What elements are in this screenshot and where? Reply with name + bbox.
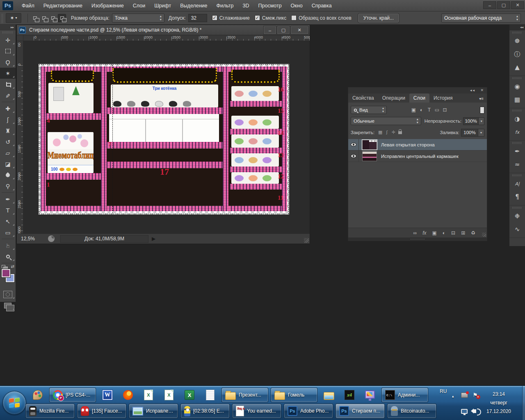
workspace-select[interactable]: Основная рабочая среда ▴▾ <box>441 14 521 23</box>
lock-position-icon[interactable]: ✛ <box>390 130 397 135</box>
volume-tray-icon[interactable] <box>473 409 476 413</box>
opacity-value[interactable]: 100% <box>463 117 479 125</box>
language-indicator[interactable]: RU <box>440 388 447 394</box>
remote-tray-icon[interactable] <box>461 393 468 398</box>
panel-resize-grip[interactable] <box>482 233 486 237</box>
you-earned-window[interactable]: Зщ ьYou earned... <box>232 404 281 418</box>
contiguous-checkbox[interactable]: ✓ <box>255 15 260 21</box>
styles-icon[interactable]: fx <box>509 126 525 139</box>
start-button[interactable] <box>2 391 26 415</box>
navigator-icon[interactable]: ☸ <box>509 34 525 48</box>
app-close-button[interactable]: ✕ <box>511 1 524 9</box>
filter-adjustment-layers-icon[interactable]: ◐ <box>418 107 425 113</box>
fill-value[interactable]: 100% <box>461 129 478 137</box>
paths-icon[interactable]: ∿ <box>509 223 525 236</box>
monitor-app-icon[interactable] <box>361 388 379 402</box>
panel-close-button[interactable]: ✕ <box>480 88 484 92</box>
subtract-selection-mode-button[interactable] <box>49 14 57 22</box>
new-selection-mode-button[interactable] <box>31 14 39 22</box>
sample-size-select[interactable]: Точка ▴▾ <box>112 14 164 23</box>
folder-gomel-window[interactable]: Гомель <box>271 388 317 402</box>
layer-visibility-toggle[interactable] <box>348 151 359 162</box>
rectangle-tool[interactable]: ▭ <box>0 227 16 238</box>
anti-alias-checkbox[interactable]: ✓ <box>212 15 217 21</box>
menu-3d[interactable]: 3D <box>238 0 254 11</box>
layer-row[interactable]: Исправлен центральный кармашек <box>348 151 487 162</box>
lock-transparency-icon[interactable]: ▦ <box>377 130 383 135</box>
eyedropper-tool[interactable]: ✐ <box>0 90 16 101</box>
add-selection-mode-button[interactable] <box>40 14 48 22</box>
timer-window[interactable]: [02:38:05] E... <box>180 404 230 418</box>
history-brush-tool[interactable]: ↺ <box>0 136 16 147</box>
action-center-icon[interactable]: ⚑ <box>472 392 478 398</box>
adobe-photoshop-window[interactable]: PsAdobe Pho... <box>284 404 333 418</box>
clock[interactable]: 23:14 четверг 17.12.2020 <box>478 390 519 416</box>
tolerance-input[interactable]: 32 <box>188 14 207 22</box>
toolbox-collapse-button[interactable]: ▸▸ <box>0 25 16 30</box>
crop-tool[interactable] <box>0 79 16 90</box>
layer-thumbnail[interactable] <box>362 151 377 161</box>
lock-all-icon[interactable] <box>397 130 403 135</box>
blend-mode-select[interactable]: Обычные ▴▾ <box>351 117 421 125</box>
rectangular-marquee-tool[interactable] <box>0 46 16 57</box>
screen-mode-button[interactable] <box>0 300 16 311</box>
refine-edge-button[interactable]: Уточн. край... <box>358 14 399 23</box>
foreground-color-swatch[interactable] <box>2 269 10 277</box>
zoom-tool[interactable] <box>0 251 16 262</box>
filter-shape-layers-icon[interactable]: ▭ <box>433 107 441 113</box>
dodge-tool[interactable]: ⚲ <box>0 180 16 192</box>
new-adjustment-layer-icon[interactable]: ◐ <box>443 230 445 236</box>
excel-doc-icon-2[interactable]: X <box>160 388 178 402</box>
app-minimize-button[interactable]: – <box>483 1 496 9</box>
layer-filter-select[interactable]: Вид ▴▾ <box>351 106 387 114</box>
swap-colors-icon[interactable]: ⇄ <box>11 264 14 269</box>
stiraem-window[interactable]: PsСтираем п... <box>336 404 385 418</box>
new-layer-icon[interactable]: ⊞ <box>461 230 465 236</box>
menu-изображение[interactable]: Изображение <box>87 0 128 11</box>
lock-paint-icon[interactable]: ʃ <box>383 130 390 135</box>
sample-all-layers-checkbox[interactable] <box>291 15 297 21</box>
firefox-app-icon[interactable] <box>119 388 137 402</box>
status-arrow-button[interactable]: ▶ <box>152 236 155 242</box>
move-tool[interactable]: ✛ <box>0 34 16 46</box>
info-icon[interactable]: ⓘ <box>509 48 525 61</box>
paragraph-icon[interactable]: ¶ <box>509 190 525 203</box>
menu-справка[interactable]: Справка <box>307 0 336 11</box>
word-app-icon[interactable]: W <box>98 388 116 402</box>
magic-wand-tool[interactable]: ✶ <box>0 68 16 79</box>
doc-minimize-button[interactable]: – <box>264 26 276 34</box>
brush-presets-icon[interactable]: ≈ <box>509 158 525 171</box>
menu-фильтр[interactable]: Фильтр <box>212 0 238 11</box>
color-icon[interactable]: ◉ <box>509 80 525 93</box>
panel-menu-icon[interactable]: ▾≡ <box>479 96 487 103</box>
menu-файл[interactable]: Файл <box>17 0 39 11</box>
character-icon[interactable]: A| <box>509 177 525 190</box>
toolbox-grip[interactable] <box>2 31 13 34</box>
panel-resize-bar[interactable] <box>348 237 487 241</box>
brush-tool[interactable]: ʃ <box>0 114 16 125</box>
path-selection-tool[interactable]: ↖ <box>0 216 16 227</box>
chrome-ps-cs4-window[interactable]: [PS CS4-... <box>49 388 96 402</box>
tab-слои[interactable]: Слои <box>409 94 429 103</box>
notepad-app-icon[interactable] <box>201 388 219 402</box>
vertical-ruler[interactable]: 00050010001500200025003000 <box>17 41 23 234</box>
strip-expand-button[interactable]: ◂◂ <box>509 25 525 30</box>
zoom-level-field[interactable]: 12,5% <box>21 236 42 242</box>
menu-просмотр[interactable]: Просмотр <box>254 0 286 11</box>
add-layer-mask-icon[interactable]: ▣ <box>432 230 437 236</box>
filter-smart-objects-icon[interactable]: ⊡ <box>441 107 449 113</box>
intersect-selection-mode-button[interactable] <box>58 14 66 22</box>
kuler-icon[interactable]: ❉ <box>509 210 525 223</box>
ispravlen-window[interactable]: Исправлен... <box>129 404 178 418</box>
panel-collapse-button[interactable]: ◂◂ <box>470 88 475 92</box>
show-hidden-icons-button[interactable]: ▴ <box>452 394 454 398</box>
mozilla-firefox-window[interactable]: Mozilla Fire... <box>25 404 75 418</box>
folder-prezent-window[interactable]: Презент... <box>221 388 268 402</box>
menu-окно[interactable]: Окно <box>286 0 307 11</box>
current-tool-button[interactable]: ✶ ▾ <box>6 13 21 23</box>
type-tool[interactable]: T <box>0 205 16 216</box>
paint-app-icon[interactable] <box>29 388 47 402</box>
filter-pixel-layers-icon[interactable]: ▣ <box>410 107 418 113</box>
new-group-icon[interactable]: ⊟ <box>451 230 455 236</box>
menu-слои[interactable]: Слои <box>128 0 150 11</box>
